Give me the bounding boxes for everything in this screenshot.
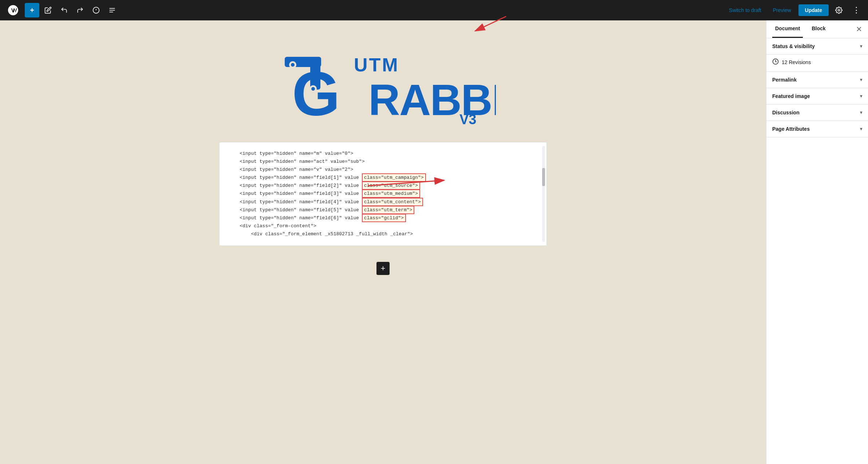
status-visibility-label: Status & visibility	[772, 43, 815, 49]
preview-button[interactable]: Preview	[769, 4, 796, 16]
editor-main[interactable]: UTM G RABBER	[0, 20, 766, 464]
permalink-section: Permalink ▾	[766, 72, 868, 88]
svg-point-12	[291, 63, 295, 67]
highlight-utm-medium: class="utm_medium">	[362, 189, 420, 198]
code-line-3: <input type="hidden" name="v" value="2">	[228, 166, 538, 174]
discussion-chevron: ▾	[860, 110, 862, 115]
code-block: <input type="hidden" name="m" value="0">…	[219, 142, 547, 246]
logo-block: UTM G RABBER	[219, 35, 547, 135]
svg-text:V3: V3	[459, 112, 476, 126]
permalink-header[interactable]: Permalink ▾	[766, 72, 868, 88]
topbar: +	[0, 0, 868, 20]
code-line-9: <input type="hidden" name="field[6]" val…	[228, 214, 538, 222]
highlight-utm-content: class="utm_content">	[362, 198, 423, 206]
page-attributes-header[interactable]: Page Attributes ▾	[766, 121, 868, 137]
code-line-4: <input type="hidden" name="field[1]" val…	[228, 174, 538, 182]
add-block-button[interactable]: +	[376, 262, 390, 275]
status-visibility-section: Status & visibility ▾	[766, 38, 868, 55]
code-line-11: <div class="_form_element _x51802713 _fu…	[228, 230, 538, 238]
list-tool[interactable]	[105, 3, 119, 17]
more-options-button[interactable]: ⋮	[849, 3, 864, 17]
featured-image-label: Featured image	[772, 93, 810, 99]
featured-image-chevron: ▾	[860, 94, 862, 99]
code-line-10: <div class="_form-content">	[228, 222, 538, 230]
wp-logo	[4, 0, 22, 20]
highlight-gclid: class="gclid">	[362, 214, 406, 222]
code-line-2: <input type="hidden" name="act" value="s…	[228, 158, 538, 166]
content-area: UTM G RABBER	[219, 35, 547, 275]
utm-grabber-logo: UTM G RABBER	[270, 46, 496, 126]
sidebar-close-button[interactable]: ✕	[856, 20, 862, 38]
revisions-section: 12 Revisions	[766, 55, 868, 72]
revisions-icon	[772, 58, 779, 66]
scrollbar-track[interactable]	[542, 146, 545, 242]
edit-tool[interactable]	[41, 3, 55, 17]
code-line-7: <input type="hidden" name="field[4]" val…	[228, 198, 538, 206]
switch-draft-button[interactable]: Switch to draft	[725, 4, 766, 16]
code-line-5: <input type="hidden" name="field[2]" val…	[228, 182, 538, 190]
topbar-tools: +	[25, 3, 119, 17]
update-button[interactable]: Update	[798, 4, 829, 16]
code-line-6: <input type="hidden" name="field[3]" val…	[228, 190, 538, 198]
topbar-right: Switch to draft Preview Update ⋮	[725, 3, 864, 17]
code-line-1: <input type="hidden" name="m" value="0">	[228, 150, 538, 158]
svg-text:RABBER: RABBER	[368, 75, 496, 124]
tab-document[interactable]: Document	[772, 20, 803, 38]
discussion-header[interactable]: Discussion ▾	[766, 105, 868, 121]
settings-gear-button[interactable]	[832, 3, 846, 17]
permalink-label: Permalink	[772, 77, 797, 83]
highlight-utm-term: class="utm_term">	[362, 206, 415, 214]
redo-tool[interactable]	[73, 3, 87, 17]
undo-tool[interactable]	[57, 3, 71, 17]
info-tool[interactable]	[89, 3, 103, 17]
discussion-label: Discussion	[772, 110, 800, 115]
revisions-row[interactable]: 12 Revisions	[766, 55, 868, 71]
page-attributes-section: Page Attributes ▾	[766, 121, 868, 137]
revisions-label: 12 Revisions	[782, 59, 811, 65]
discussion-section: Discussion ▾	[766, 105, 868, 121]
svg-text:UTM: UTM	[354, 54, 399, 75]
code-line-8: <input type="hidden" name="field[5]" val…	[228, 206, 538, 214]
featured-image-header[interactable]: Featured image ▾	[766, 88, 868, 104]
highlight-utm-campaign: class="utm_campaign">	[362, 173, 426, 182]
highlight-utm-source: class="utm_source">	[362, 181, 420, 190]
scrollbar-thumb[interactable]	[542, 168, 545, 186]
svg-point-6	[838, 9, 840, 11]
sidebar-tabs: Document Block ✕	[766, 20, 868, 38]
featured-image-section: Featured image ▾	[766, 88, 868, 105]
status-visibility-chevron: ▾	[860, 44, 862, 49]
status-visibility-header[interactable]: Status & visibility ▾	[766, 38, 868, 54]
permalink-chevron: ▾	[860, 77, 862, 82]
sidebar: Document Block ✕ Status & visibility ▾ 1…	[766, 20, 868, 464]
page-attributes-chevron: ▾	[860, 126, 862, 131]
main-layout: UTM G RABBER	[0, 20, 868, 464]
svg-point-14	[311, 87, 315, 91]
page-attributes-label: Page Attributes	[772, 126, 810, 132]
tab-block[interactable]: Block	[809, 20, 828, 38]
add-block-tool[interactable]: +	[25, 3, 39, 17]
